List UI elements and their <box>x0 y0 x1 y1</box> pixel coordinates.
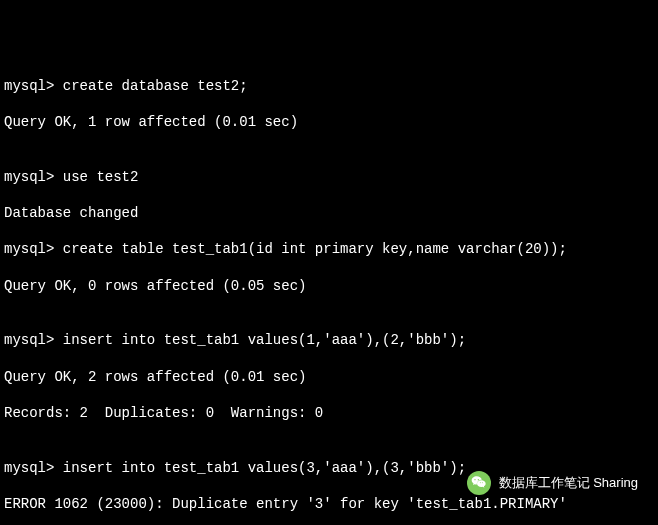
terminal-line: Database changed <box>4 204 654 222</box>
terminal-line: mysql> use test2 <box>4 168 654 186</box>
watermark-caption: 数据库工作笔记 Sharing <box>467 471 638 495</box>
terminal-line: Query OK, 2 rows affected (0.01 sec) <box>4 368 654 386</box>
terminal-line: Query OK, 1 row affected (0.01 sec) <box>4 113 654 131</box>
terminal-line: mysql> create database test2; <box>4 77 654 95</box>
terminal-line: Records: 2 Duplicates: 0 Warnings: 0 <box>4 404 654 422</box>
terminal-error-line: ERROR 1062 (23000): Duplicate entry '3' … <box>4 495 654 513</box>
terminal-line: mysql> create table test_tab1(id int pri… <box>4 240 654 258</box>
terminal-line: Query OK, 0 rows affected (0.05 sec) <box>4 277 654 295</box>
watermark-text: 数据库工作笔记 Sharing <box>499 475 638 492</box>
wechat-icon <box>467 471 491 495</box>
terminal-line: mysql> insert into test_tab1 values(1,'a… <box>4 331 654 349</box>
